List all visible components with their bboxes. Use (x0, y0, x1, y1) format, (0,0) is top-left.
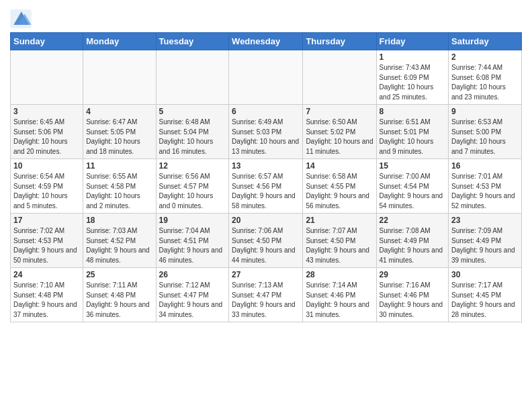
day-number: 8 (380, 107, 446, 116)
weekday-header: Friday (376, 33, 449, 50)
day-info: Sunrise: 7:43 AM Sunset: 6:09 PM Dayligh… (380, 63, 446, 102)
day-info: Sunrise: 6:45 AM Sunset: 5:06 PM Dayligh… (13, 118, 80, 156)
calendar-cell: 5Sunrise: 6:48 AM Sunset: 5:04 PM Daylig… (156, 105, 229, 159)
calendar-cell: 25Sunrise: 7:11 AM Sunset: 4:48 PM Dayli… (83, 268, 156, 322)
day-number: 21 (306, 216, 373, 225)
calendar-cell: 12Sunrise: 6:56 AM Sunset: 4:57 PM Dayli… (156, 159, 229, 214)
weekday-header: Saturday (449, 33, 522, 50)
weekday-header: Tuesday (156, 33, 229, 50)
day-info: Sunrise: 7:14 AM Sunset: 4:46 PM Dayligh… (306, 281, 373, 320)
day-info: Sunrise: 6:51 AM Sunset: 5:01 PM Dayligh… (380, 118, 446, 156)
calendar-cell (11, 50, 83, 105)
day-info: Sunrise: 6:50 AM Sunset: 5:02 PM Dayligh… (306, 118, 373, 156)
day-info: Sunrise: 6:55 AM Sunset: 4:58 PM Dayligh… (86, 172, 152, 211)
calendar-week-row: 24Sunrise: 7:10 AM Sunset: 4:48 PM Dayli… (11, 268, 522, 322)
day-number: 10 (13, 161, 80, 171)
calendar-cell: 16Sunrise: 7:01 AM Sunset: 4:53 PM Dayli… (449, 159, 522, 214)
day-info: Sunrise: 7:11 AM Sunset: 4:48 PM Dayligh… (86, 281, 152, 320)
calendar-cell: 15Sunrise: 7:00 AM Sunset: 4:54 PM Dayli… (376, 159, 449, 214)
day-number: 4 (86, 107, 152, 116)
weekday-header: Thursday (303, 33, 376, 50)
day-info: Sunrise: 6:49 AM Sunset: 5:03 PM Dayligh… (232, 118, 300, 156)
weekday-header: Wednesday (229, 33, 303, 50)
calendar-header-row: SundayMondayTuesdayWednesdayThursdayFrid… (11, 33, 522, 50)
calendar-cell (83, 50, 156, 105)
day-info: Sunrise: 7:03 AM Sunset: 4:52 PM Dayligh… (86, 226, 152, 265)
logo (10, 9, 33, 28)
day-number: 27 (232, 270, 300, 279)
day-info: Sunrise: 7:04 AM Sunset: 4:51 PM Dayligh… (159, 226, 226, 265)
day-info: Sunrise: 6:53 AM Sunset: 5:00 PM Dayligh… (451, 118, 519, 156)
day-info: Sunrise: 7:12 AM Sunset: 4:47 PM Dayligh… (159, 281, 226, 320)
day-number: 13 (232, 161, 300, 171)
day-info: Sunrise: 7:00 AM Sunset: 4:54 PM Dayligh… (380, 172, 446, 211)
calendar-week-row: 3Sunrise: 6:45 AM Sunset: 5:06 PM Daylig… (11, 105, 522, 159)
calendar-cell: 18Sunrise: 7:03 AM Sunset: 4:52 PM Dayli… (83, 214, 156, 268)
day-number: 7 (306, 107, 373, 116)
calendar-cell (229, 50, 303, 105)
calendar-cell: 9Sunrise: 6:53 AM Sunset: 5:00 PM Daylig… (449, 105, 522, 159)
day-number: 6 (232, 107, 300, 116)
logo-icon (10, 9, 32, 28)
calendar-cell: 2Sunrise: 7:44 AM Sunset: 6:08 PM Daylig… (449, 50, 522, 105)
day-info: Sunrise: 7:09 AM Sunset: 4:49 PM Dayligh… (451, 226, 519, 265)
calendar-cell: 8Sunrise: 6:51 AM Sunset: 5:01 PM Daylig… (376, 105, 449, 159)
day-number: 29 (380, 270, 446, 279)
calendar-cell: 24Sunrise: 7:10 AM Sunset: 4:48 PM Dayli… (11, 268, 83, 322)
day-info: Sunrise: 7:16 AM Sunset: 4:46 PM Dayligh… (380, 281, 446, 320)
calendar-cell: 30Sunrise: 7:17 AM Sunset: 4:45 PM Dayli… (449, 268, 522, 322)
weekday-header: Monday (83, 33, 156, 50)
day-number: 25 (86, 270, 152, 279)
calendar-cell: 7Sunrise: 6:50 AM Sunset: 5:02 PM Daylig… (303, 105, 376, 159)
day-number: 14 (306, 161, 373, 171)
day-number: 3 (13, 107, 80, 116)
day-info: Sunrise: 6:54 AM Sunset: 4:59 PM Dayligh… (13, 172, 80, 211)
calendar-cell: 28Sunrise: 7:14 AM Sunset: 4:46 PM Dayli… (303, 268, 376, 322)
calendar-cell: 11Sunrise: 6:55 AM Sunset: 4:58 PM Dayli… (83, 159, 156, 214)
calendar-cell: 20Sunrise: 7:06 AM Sunset: 4:50 PM Dayli… (229, 214, 303, 268)
calendar-cell: 29Sunrise: 7:16 AM Sunset: 4:46 PM Dayli… (376, 268, 449, 322)
calendar-cell (156, 50, 229, 105)
day-number: 23 (451, 216, 519, 225)
day-number: 20 (232, 216, 300, 225)
day-number: 5 (159, 107, 226, 116)
day-number: 18 (86, 216, 152, 225)
day-number: 16 (451, 161, 519, 171)
day-info: Sunrise: 6:56 AM Sunset: 4:57 PM Dayligh… (159, 172, 226, 211)
day-number: 9 (451, 107, 519, 116)
calendar-cell: 6Sunrise: 6:49 AM Sunset: 5:03 PM Daylig… (229, 105, 303, 159)
day-number: 28 (306, 270, 373, 279)
calendar-week-row: 17Sunrise: 7:02 AM Sunset: 4:53 PM Dayli… (11, 214, 522, 268)
day-number: 22 (380, 216, 446, 225)
calendar-week-row: 1Sunrise: 7:43 AM Sunset: 6:09 PM Daylig… (11, 50, 522, 105)
day-number: 15 (380, 161, 446, 171)
day-info: Sunrise: 7:10 AM Sunset: 4:48 PM Dayligh… (13, 281, 80, 320)
day-info: Sunrise: 7:44 AM Sunset: 6:08 PM Dayligh… (451, 63, 519, 102)
calendar-cell: 14Sunrise: 6:58 AM Sunset: 4:55 PM Dayli… (303, 159, 376, 214)
calendar-cell: 17Sunrise: 7:02 AM Sunset: 4:53 PM Dayli… (11, 214, 83, 268)
day-info: Sunrise: 6:58 AM Sunset: 4:55 PM Dayligh… (306, 172, 373, 211)
day-info: Sunrise: 7:08 AM Sunset: 4:49 PM Dayligh… (380, 226, 446, 265)
calendar-cell: 1Sunrise: 7:43 AM Sunset: 6:09 PM Daylig… (376, 50, 449, 105)
day-info: Sunrise: 7:17 AM Sunset: 4:45 PM Dayligh… (451, 281, 519, 320)
day-info: Sunrise: 7:01 AM Sunset: 4:53 PM Dayligh… (451, 172, 519, 211)
calendar-cell: 27Sunrise: 7:13 AM Sunset: 4:47 PM Dayli… (229, 268, 303, 322)
day-info: Sunrise: 7:02 AM Sunset: 4:53 PM Dayligh… (13, 226, 80, 265)
calendar-cell: 3Sunrise: 6:45 AM Sunset: 5:06 PM Daylig… (11, 105, 83, 159)
calendar-cell: 21Sunrise: 7:07 AM Sunset: 4:50 PM Dayli… (303, 214, 376, 268)
calendar-week-row: 10Sunrise: 6:54 AM Sunset: 4:59 PM Dayli… (11, 159, 522, 214)
calendar-cell: 23Sunrise: 7:09 AM Sunset: 4:49 PM Dayli… (449, 214, 522, 268)
day-number: 19 (159, 216, 226, 225)
day-info: Sunrise: 6:48 AM Sunset: 5:04 PM Dayligh… (159, 118, 226, 156)
day-number: 17 (13, 216, 80, 225)
day-number: 2 (451, 52, 519, 62)
calendar-cell: 22Sunrise: 7:08 AM Sunset: 4:49 PM Dayli… (376, 214, 449, 268)
calendar-cell: 4Sunrise: 6:47 AM Sunset: 5:05 PM Daylig… (83, 105, 156, 159)
calendar-cell: 13Sunrise: 6:57 AM Sunset: 4:56 PM Dayli… (229, 159, 303, 214)
day-number: 11 (86, 161, 152, 171)
calendar-cell: 10Sunrise: 6:54 AM Sunset: 4:59 PM Dayli… (11, 159, 83, 214)
day-number: 24 (13, 270, 80, 279)
day-number: 26 (159, 270, 226, 279)
weekday-header: Sunday (11, 33, 83, 50)
day-info: Sunrise: 7:07 AM Sunset: 4:50 PM Dayligh… (306, 226, 373, 265)
